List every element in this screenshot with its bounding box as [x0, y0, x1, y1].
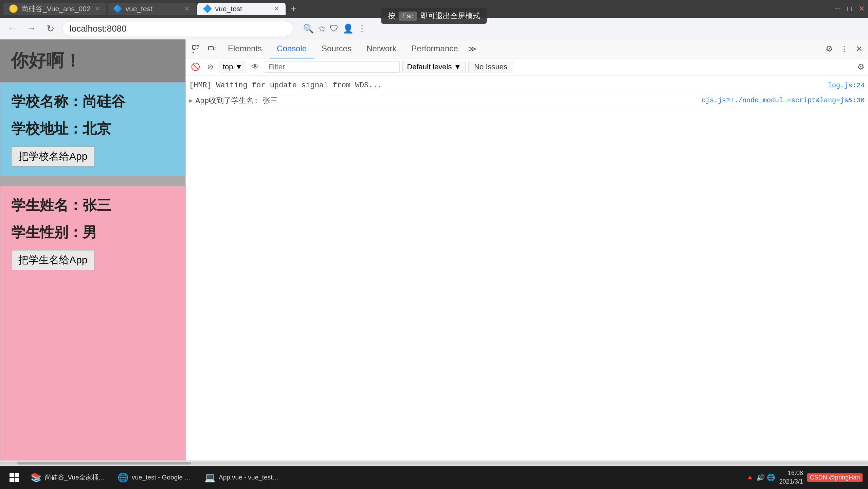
taskbar-item-shang[interactable]: 📚 尚硅谷_Vue全家桶.d...	[26, 468, 110, 487]
tab-icon-vue-ans: 🟡	[9, 4, 18, 13]
page-header: 你好啊！	[0, 39, 185, 82]
expand-icon[interactable]: ▶	[189, 97, 193, 104]
console-stop-button[interactable]: ⊘	[204, 61, 216, 73]
tab-sources-label: Sources	[322, 44, 351, 53]
console-app-link[interactable]: cjs.js?!./node_modul…=script&lang=js&:36	[702, 97, 865, 104]
devtools-more-icon[interactable]: ⋮	[838, 43, 850, 55]
bookmark-icon[interactable]: ☆	[318, 23, 326, 34]
console-clear-button[interactable]: 🚫	[189, 61, 201, 73]
tab-vue-test-1[interactable]: 🔷 vue_test ✕	[108, 3, 196, 15]
windows-logo-icon	[10, 473, 19, 482]
svg-rect-2	[214, 48, 216, 50]
scroll-indicator[interactable]	[0, 460, 868, 466]
tab-vue-ans[interactable]: 🟡 尚硅谷_Vue_ans_002 ✕	[3, 3, 106, 15]
more-tabs-button[interactable]: ≫	[466, 43, 478, 55]
tab-elements[interactable]: Elements	[221, 39, 269, 58]
inspect-element-icon[interactable]	[188, 41, 203, 56]
console-output: [HMR] Waiting for update signal from WDS…	[186, 75, 868, 489]
devtools-settings-icon[interactable]: ⚙	[823, 43, 835, 55]
refresh-button[interactable]: ↻	[43, 22, 57, 35]
shield-icon[interactable]: 🛡	[330, 23, 339, 34]
time-value: 16:08	[788, 469, 803, 477]
school-address-row: 学校地址：北京	[11, 119, 174, 138]
tab-console-label: Console	[277, 44, 307, 53]
taskbar-item-chrome[interactable]: 🌐 vue_test - Google C...	[113, 468, 197, 487]
school-address-label: 学校地址：	[11, 121, 83, 137]
console-app-text: App收到了学生名: 张三	[196, 95, 702, 106]
console-filter-input[interactable]	[264, 61, 400, 73]
tab-performance-label: Performance	[411, 44, 458, 53]
taskbar-clock: 16:08 2021/3/1	[779, 469, 803, 486]
taskbar-sys-tray: 🔺 🔊 🌐 16:08 2021/3/1 CSDN @pringHan	[746, 469, 863, 486]
taskbar-vscode-label: App.vue - vue_test - ...	[219, 474, 280, 481]
search-icon[interactable]: 🔍	[303, 23, 314, 34]
tab-close-vt2[interactable]: ✕	[273, 5, 280, 12]
console-hmr-link[interactable]: log.js:24	[828, 82, 865, 89]
tab-network-label: Network	[366, 44, 396, 53]
log-levels-selector[interactable]: Default levels ▼	[402, 61, 466, 73]
school-name-row: 学校名称：尚硅谷	[11, 92, 174, 111]
tray-icons: 🔺 🔊 🌐	[746, 473, 775, 482]
window-controls: ─ □ ✕	[835, 4, 865, 13]
taskbar: 📚 尚硅谷_Vue全家桶.d... 🌐 vue_test - Google C.…	[0, 466, 868, 489]
webpage: 你好啊！ 学校名称：尚硅谷 学校地址：北京 把学校名给App 学生姓名：张三	[0, 39, 185, 489]
tab-close-vt1[interactable]: ✕	[184, 5, 191, 12]
student-name-row: 学生姓名：张三	[11, 196, 174, 215]
tab-vue-test-active[interactable]: 🔷 vue_test ✕	[197, 3, 286, 15]
tab-performance[interactable]: Performance	[404, 39, 465, 58]
maximize-button[interactable]: □	[847, 4, 852, 13]
live-expressions-button[interactable]: 👁	[249, 61, 261, 73]
student-section: 学生姓名：张三 学生性别：男 把学生名给App	[0, 186, 185, 489]
school-section: 学校名称：尚硅谷 学校地址：北京 把学校名给App	[0, 82, 185, 176]
menu-icon[interactable]: ⋮	[358, 23, 366, 34]
close-button[interactable]: ✕	[858, 4, 865, 13]
scroll-track	[0, 462, 868, 465]
fullscreen-tooltip: 按 Esc 即可退出全屏模式	[381, 8, 487, 24]
console-context-selector[interactable]: top ▼	[219, 61, 246, 73]
school-name-value: 尚硅谷	[83, 93, 125, 109]
esc-key-badge: Esc	[399, 12, 417, 21]
student-gender-row: 学生性别：男	[11, 223, 174, 242]
no-issues-text: No Issues	[474, 63, 507, 71]
tab-label-vt1: vue_test	[126, 5, 152, 13]
log-levels-arrow: ▼	[454, 63, 461, 71]
browser-window: 🟡 尚硅谷_Vue_ans_002 ✕ 🔷 vue_test ✕ 🔷 vue_t…	[0, 0, 868, 489]
student-send-button[interactable]: 把学生名给App	[11, 250, 94, 270]
console-message-hmr: [HMR] Waiting for update signal from WDS…	[186, 78, 868, 93]
responsive-icon[interactable]	[205, 41, 220, 56]
tab-icon-vt2: 🔷	[203, 4, 212, 13]
new-tab-button[interactable]: +	[287, 2, 301, 16]
address-bar-row: ← → ↻ localhost:8080 🔍 ☆ 🛡 👤 ⋮ 按 Esc 即可退…	[0, 18, 868, 39]
context-dropdown-arrow: ▼	[235, 63, 243, 71]
taskbar-item-vscode[interactable]: 💻 App.vue - vue_test - ...	[200, 468, 284, 487]
log-levels-label: Default levels	[407, 63, 452, 71]
tab-console[interactable]: Console	[270, 39, 313, 58]
student-name-label: 学生姓名：	[11, 197, 83, 213]
section-separator	[0, 176, 185, 186]
tab-label-vue-ans: 尚硅谷_Vue_ans_002	[21, 4, 91, 14]
start-button[interactable]	[5, 469, 23, 486]
address-bar-icons: 🔍 ☆ 🛡 👤 ⋮	[303, 23, 366, 34]
profile-icon[interactable]: 👤	[343, 23, 354, 34]
school-send-button[interactable]: 把学校名给App	[11, 146, 94, 167]
console-message-app: ▶ App收到了学生名: 张三 cjs.js?!./node_modul…=sc…	[186, 93, 868, 108]
back-button[interactable]: ←	[5, 22, 19, 35]
school-address-value: 北京	[83, 121, 111, 137]
devtools-settings-group: ⚙ ⋮ ✕	[823, 43, 865, 55]
console-settings-icon[interactable]: ⚙	[857, 62, 865, 72]
minimize-button[interactable]: ─	[835, 4, 840, 13]
address-bar[interactable]: localhost:8080	[62, 21, 293, 36]
issues-badge: No Issues	[468, 61, 513, 73]
taskbar-shang-icon: 📚	[30, 471, 42, 484]
taskbar-chrome-label: vue_test - Google C...	[132, 474, 193, 481]
svg-rect-1	[209, 47, 213, 50]
tab-close-vue-ans[interactable]: ✕	[94, 5, 101, 12]
student-gender-label: 学生性别：	[11, 224, 83, 240]
tab-sources[interactable]: Sources	[315, 39, 358, 58]
devtools-close-icon[interactable]: ✕	[853, 43, 865, 55]
fullscreen-message: 即可退出全屏模式	[420, 11, 480, 21]
forward-button[interactable]: →	[24, 22, 38, 35]
csdn-badge: CSDN @pringHan	[807, 473, 863, 482]
date-value: 2021/3/1	[779, 477, 803, 486]
tab-network[interactable]: Network	[360, 39, 403, 58]
